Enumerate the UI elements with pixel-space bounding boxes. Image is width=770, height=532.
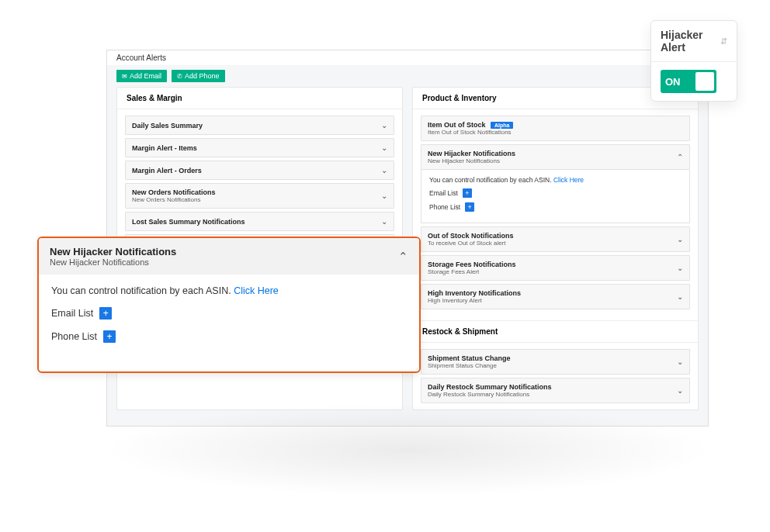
toggle-state: ON	[665, 76, 681, 88]
alert-card-daily-sales[interactable]: Daily Sales Summary ⌄	[125, 116, 394, 135]
add-phone-button[interactable]: ✆ Add Phone	[172, 70, 225, 82]
alert-card-new-orders[interactable]: New Orders Notifications New Orders Noti…	[125, 183, 394, 209]
chevron-up-icon[interactable]: ⌃	[398, 250, 408, 264]
phone-icon: ✆	[177, 73, 182, 80]
asin-link[interactable]: Click Here	[553, 176, 584, 184]
alert-card-storage-fees[interactable]: Storage Fees Notifications Storage Fees …	[421, 255, 690, 281]
action-bar: ✉ Add Email ✆ Add Phone	[107, 65, 708, 87]
callout-title: New Hijacker Notifications	[50, 246, 176, 257]
email-icon: ✉	[122, 73, 127, 80]
add-email-label: Add Email	[130, 72, 161, 80]
chevron-down-icon: ⌄	[677, 386, 683, 395]
alert-card-hijacker[interactable]: New Hijacker Notifications New Hijacker …	[421, 144, 690, 170]
phone-list-label: Phone List	[51, 331, 97, 342]
chevron-down-icon: ⌄	[677, 358, 683, 366]
chevron-down-icon: ⌄	[381, 143, 387, 152]
alert-card-high-inventory[interactable]: High Inventory Notifications High Invent…	[421, 284, 690, 309]
chevron-down-icon: ⌄	[677, 292, 683, 301]
chevron-down-icon: ⌄	[677, 264, 683, 272]
add-email-button[interactable]: ✉ Add Email	[116, 70, 167, 82]
product-inventory-column: Product & Inventory Item Out of Stock Al…	[412, 87, 699, 410]
toggle-knob	[695, 72, 714, 91]
alert-card-item-oos[interactable]: Item Out of Stock Alpha Item Out of Stoc…	[421, 116, 690, 141]
alert-card-restock-summary[interactable]: Daily Restock Summary Notifications Dail…	[421, 378, 690, 403]
chevron-up-icon: ⌃	[677, 153, 683, 161]
alert-card-shipment-status[interactable]: Shipment Status Change Shipment Status C…	[421, 349, 690, 375]
chevron-down-icon: ⌄	[381, 192, 387, 200]
alpha-badge: Alpha	[491, 122, 513, 129]
add-email-icon[interactable]: +	[463, 188, 472, 198]
chevron-down-icon: ⌄	[381, 217, 387, 226]
chevron-down-icon: ⌄	[381, 166, 387, 174]
asin-link[interactable]: Click Here	[234, 285, 279, 296]
alert-card-oos[interactable]: Out of Stock Notifications To receive Ou…	[421, 226, 690, 252]
hijacker-toggle[interactable]: ON	[661, 70, 716, 93]
alert-card-margin-items[interactable]: Margin Alert - Items ⌄	[125, 138, 394, 157]
add-email-icon[interactable]: +	[99, 307, 112, 320]
hijacker-expanded: You can control notification by each ASI…	[421, 170, 690, 223]
panel-title: Account Alerts	[107, 50, 708, 65]
column-header: Sales & Margin	[117, 88, 402, 109]
callout-subtitle: New Hijacker Notifications	[50, 257, 176, 267]
hijacker-callout: New Hijacker Notifications New Hijacker …	[37, 237, 421, 373]
toggle-title: Hijacker Alert	[661, 29, 720, 54]
add-phone-label: Add Phone	[185, 72, 220, 80]
chevron-down-icon: ⌄	[381, 121, 387, 130]
alert-card-lost-sales[interactable]: Lost Sales Summary Notifications ⌄	[125, 212, 394, 231]
add-phone-icon[interactable]: +	[465, 202, 474, 212]
add-phone-icon[interactable]: +	[103, 330, 116, 343]
email-list-label: Email List	[51, 308, 93, 319]
column-header: Restock & Shipment	[413, 320, 698, 343]
hijacker-toggle-card: Hijacker Alert ⇵ ON	[650, 20, 737, 102]
chevron-down-icon: ⌄	[677, 235, 683, 244]
alert-card-margin-orders[interactable]: Margin Alert - Orders ⌄	[125, 161, 394, 180]
sort-icon[interactable]: ⇵	[720, 36, 727, 47]
